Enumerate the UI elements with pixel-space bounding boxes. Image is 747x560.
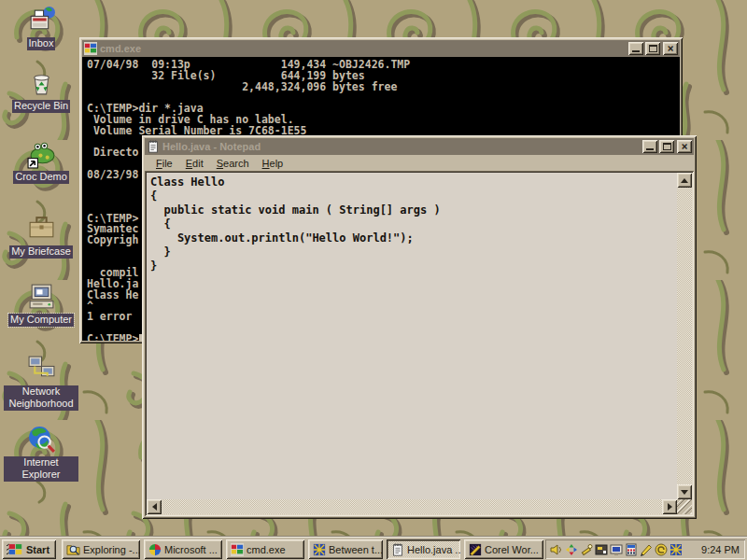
desktop-icon-label: Network Neighborhood — [4, 385, 78, 411]
desktop: { "colors": { "wallpaper_base": "#b1a37e… — [0, 0, 747, 560]
desktop-icon-internet-explorer[interactable]: Internet Explorer — [4, 424, 78, 482]
desktop-icon-my-briefcase[interactable]: My Briefcase — [4, 213, 78, 259]
maximize-icon — [649, 45, 657, 52]
desktop-icon-label: My Computer — [8, 314, 74, 327]
croc-demo-icon — [26, 138, 57, 169]
notepad-menubar: File Edit Search Help — [145, 155, 694, 171]
desktop-icon-label: Internet Explorer — [4, 456, 78, 482]
close-button[interactable]: × — [677, 140, 692, 153]
horizontal-scrollbar[interactable] — [147, 499, 677, 514]
corel-icon — [469, 543, 482, 556]
maximize-button[interactable] — [645, 42, 660, 55]
pinwheel-icon[interactable] — [565, 543, 578, 556]
notepad-window-title: Hello.java - Notepad — [162, 141, 261, 152]
ms-dos-icon — [84, 42, 97, 55]
recycle-bin-icon — [26, 67, 57, 98]
task-cmd[interactable]: cmd.exe — [226, 539, 304, 559]
minimize-button[interactable] — [628, 42, 643, 55]
desktop-icon-recycle-bin[interactable]: Recycle Bin — [4, 67, 78, 113]
task-label: Corel Wor... — [485, 544, 539, 555]
scroll-down-button[interactable] — [677, 484, 692, 499]
task-microsoft[interactable]: Microsoft ... — [144, 539, 222, 559]
menu-edit[interactable]: Edit — [179, 156, 210, 171]
desktop-icon-label: My Briefcase — [9, 245, 73, 259]
notepad-icon — [147, 140, 160, 153]
maximize-button[interactable] — [659, 140, 674, 153]
menu-file[interactable]: File — [149, 156, 179, 171]
inbox-icon — [26, 5, 57, 35]
notepad-edit-area: Class Hello{ public static void main ( S… — [145, 171, 694, 516]
internet-explorer-icon — [26, 424, 57, 455]
task-label: Exploring -... — [83, 544, 140, 555]
arrow-right-icon — [668, 503, 672, 511]
scroll-left-button[interactable] — [147, 499, 162, 514]
notepad-window: Hello.java - Notepad × File Edit Search … — [142, 135, 697, 519]
arrow-left-icon — [152, 503, 157, 511]
close-icon: × — [681, 142, 687, 151]
maximize-icon — [663, 143, 671, 150]
notepad-icon — [391, 543, 404, 556]
system-tray: 9:24 PM — [545, 539, 745, 559]
task-label: Microsoft ... — [164, 544, 218, 555]
arrow-up-icon — [681, 178, 688, 183]
close-icon: × — [667, 44, 673, 53]
start-label: Start — [26, 544, 49, 555]
display-icon[interactable] — [610, 543, 623, 556]
ms-dos-icon — [231, 543, 244, 556]
taskbar-clock[interactable]: 9:24 PM — [690, 544, 740, 555]
disk-tool-icon[interactable] — [595, 543, 608, 556]
notepad-text[interactable]: Class Hello{ public static void main ( S… — [147, 173, 677, 499]
explorer-icon — [66, 542, 80, 556]
minimize-icon — [646, 148, 654, 150]
menu-search[interactable]: Search — [210, 156, 256, 171]
my-computer-icon — [26, 281, 57, 312]
task-hello-java[interactable]: Hello.java ... — [387, 539, 460, 559]
network-neighborhood-icon — [26, 353, 57, 384]
volume-icon[interactable] — [550, 543, 563, 556]
task-label: cmd.exe — [247, 544, 286, 555]
desktop-icon-inbox[interactable]: Inbox — [4, 5, 78, 50]
desktop-icon-my-computer[interactable]: My Computer — [4, 281, 78, 327]
task-corel[interactable]: Corel Wor... — [464, 539, 543, 559]
g-spiral-icon[interactable] — [655, 543, 668, 556]
scheduler-icon[interactable] — [625, 543, 638, 556]
pen-icon[interactable] — [640, 543, 653, 556]
task-label: Hello.java ... — [407, 544, 460, 555]
minimize-icon — [632, 50, 640, 52]
flashlight-icon[interactable] — [580, 543, 593, 556]
close-button[interactable]: × — [663, 42, 678, 55]
cmd-window-title: cmd.exe — [100, 43, 141, 54]
scroll-right-button[interactable] — [662, 499, 677, 514]
start-button[interactable]: Start — [2, 539, 56, 559]
taskbar: Start Exploring -... Microsoft ... cmd.e… — [0, 537, 747, 560]
menu-help[interactable]: Help — [256, 156, 290, 171]
desktop-icon-label: Recycle Bin — [12, 100, 70, 113]
briefcase-icon — [26, 213, 57, 244]
notepad-titlebar[interactable]: Hello.java - Notepad × — [145, 138, 694, 155]
cmd-titlebar[interactable]: cmd.exe × — [82, 40, 680, 57]
resize-grip[interactable] — [677, 499, 692, 514]
microsoft-icon — [148, 543, 162, 556]
task-between[interactable]: Between t... — [308, 539, 383, 559]
task-label: Between t... — [329, 544, 383, 555]
task-exploring[interactable]: Exploring -... — [62, 539, 140, 559]
minimize-button[interactable] — [642, 140, 657, 153]
desktop-icon-label: Croc Demo — [13, 171, 69, 184]
windows-logo-icon — [7, 542, 23, 556]
desktop-icon-croc-demo[interactable]: Croc Demo — [4, 138, 78, 184]
starburst-icon[interactable] — [669, 543, 683, 556]
desktop-icon-network-neighborhood[interactable]: Network Neighborhood — [4, 353, 78, 411]
desktop-icon-label: Inbox — [27, 37, 56, 50]
scroll-up-button[interactable] — [677, 173, 692, 188]
arrow-down-icon — [681, 490, 688, 495]
vertical-scrollbar[interactable] — [677, 173, 692, 499]
starburst-icon — [313, 543, 326, 556]
